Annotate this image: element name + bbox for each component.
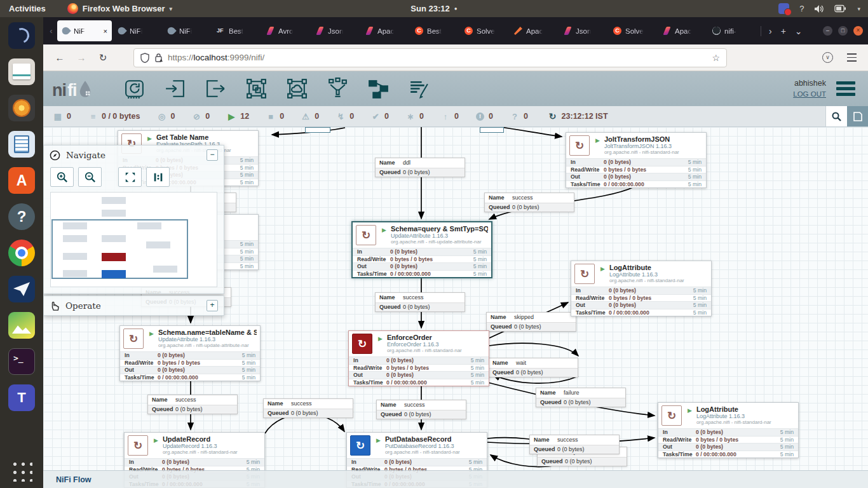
- dock-icon-app-grid[interactable]: [8, 458, 35, 484]
- template-draggable-icon[interactable]: [367, 77, 390, 100]
- dock-icon-software-store[interactable]: [8, 167, 35, 194]
- dock-icon-media-player[interactable]: [8, 95, 35, 121]
- dock-icon-help[interactable]: [8, 203, 35, 230]
- connection-label[interactable]: Namesuccess Queued0 (0 bytes): [375, 292, 465, 312]
- browser-tab[interactable]: NiFi ×: [163, 20, 211, 41]
- browser-menu-icon[interactable]: [847, 53, 857, 61]
- minimize-button[interactable]: –: [823, 26, 832, 36]
- processor[interactable]: ↻ ▶ LogAttribute LogAttribute 1.16.3 org…: [658, 402, 799, 458]
- dock-icon-photos[interactable]: [8, 312, 35, 339]
- connection-label[interactable]: Nameskipped Queued0 (0 bytes): [486, 312, 576, 332]
- tab-scroll-left-icon[interactable]: ‹: [46, 26, 57, 36]
- shield-icon[interactable]: [140, 53, 149, 63]
- browser-tab[interactable]: nifi- ×: [708, 20, 756, 41]
- lock-warning-icon[interactable]: [154, 53, 163, 62]
- funnel-draggable-icon[interactable]: [326, 77, 349, 100]
- connection-label[interactable]: Namesuccess Queued0 (0 bytes): [147, 395, 238, 414]
- browser-tab[interactable]: Apac ×: [658, 20, 707, 41]
- connection-label[interactable]: Namefailure Queued0 (0 bytes): [536, 388, 626, 407]
- volume-icon[interactable]: [814, 4, 824, 13]
- navigate-header[interactable]: Navigate −: [44, 146, 224, 165]
- tab-close-icon[interactable]: ×: [104, 27, 107, 35]
- close-button[interactable]: ×: [853, 26, 863, 36]
- browser-tab[interactable]: NiFi ×: [113, 20, 161, 41]
- browser-tab[interactable]: Best ×: [410, 20, 459, 41]
- browser-tab[interactable]: NiF ×: [57, 20, 112, 41]
- connection-label[interactable]: Namewait Queued0 (0 bytes): [488, 358, 578, 377]
- app-menu[interactable]: Firefox Web Browser ▾: [67, 3, 172, 14]
- dock-icon-scanner[interactable]: [8, 58, 35, 85]
- logout-link[interactable]: LOG OUT: [793, 89, 826, 100]
- dock-icon-terminal[interactable]: [8, 348, 35, 375]
- help-indicator-icon[interactable]: ?: [799, 4, 804, 13]
- browser-tab[interactable]: Json ×: [559, 20, 607, 41]
- clock[interactable]: Sun 23:12 ●: [410, 4, 457, 13]
- teams-notification-icon[interactable]: [778, 3, 789, 14]
- search-button[interactable]: [825, 106, 847, 126]
- browser-tab[interactable]: Avro ×: [262, 20, 310, 41]
- dock-icon-messenger[interactable]: [8, 276, 35, 302]
- operate-header[interactable]: Operate +: [44, 296, 224, 315]
- connection-label[interactable]: Namesuccess Queued0 (0 bytes): [529, 435, 620, 454]
- zoom-actual-size-button[interactable]: [146, 167, 170, 187]
- browser-tab[interactable]: Best ×: [212, 20, 261, 41]
- breadcrumb[interactable]: NiFi Flow: [56, 475, 92, 484]
- maximize-button[interactable]: □: [838, 26, 848, 36]
- dock-icon-writer-doc[interactable]: [8, 131, 35, 158]
- back-button[interactable]: ←: [51, 49, 69, 67]
- zoom-out-button[interactable]: [78, 167, 102, 187]
- minimap[interactable]: [50, 192, 217, 287]
- connection-label[interactable]: Namesuccess Queued0 (0 bytes): [263, 398, 353, 418]
- connection-label[interactable]: Namesuccess Queued0 (0 bytes): [484, 193, 574, 212]
- reload-button[interactable]: ↻: [94, 49, 112, 67]
- tab-list-dropdown-icon[interactable]: ⌄: [795, 26, 803, 36]
- zoom-in-button[interactable]: [50, 167, 74, 187]
- connection-label[interactable]: Nameddl Queued0 (0 bytes): [375, 158, 465, 177]
- process-group-draggable-icon[interactable]: [245, 77, 268, 100]
- processor[interactable]: ↻ ▶ EnforceOrder EnforceOrder 1.16.3 org…: [348, 330, 489, 386]
- cut-connection-label[interactable]: [480, 127, 504, 133]
- forward-button[interactable]: →: [72, 49, 90, 67]
- processor[interactable]: ↻ ▶ Schema=query & SmtTyp=SQL UpdateAttr…: [351, 221, 492, 278]
- dock-icon-dark-app[interactable]: [8, 22, 35, 49]
- url-bar[interactable]: https://localhost:9999/nifi/ ☆: [133, 48, 727, 67]
- chevron-down-icon[interactable]: ▾: [857, 6, 860, 12]
- expand-icon[interactable]: +: [207, 300, 218, 311]
- input-port-draggable-icon[interactable]: [163, 77, 187, 100]
- zoom-fit-button[interactable]: [118, 167, 142, 187]
- nifi-global-menu-icon[interactable]: [836, 81, 855, 96]
- remote-process-group-draggable-icon[interactable]: [285, 77, 309, 100]
- refresh-icon[interactable]: ↻: [549, 111, 557, 121]
- browser-tab[interactable]: Apac ×: [510, 20, 558, 41]
- bulletin-panel-button[interactable]: [847, 106, 868, 126]
- status-count: 0: [419, 112, 424, 121]
- running-status-icon: ▶: [227, 112, 236, 121]
- output-port-draggable-icon[interactable]: [204, 77, 227, 100]
- cut-connection-label[interactable]: [305, 127, 330, 133]
- browser-tab[interactable]: Apac ×: [361, 20, 409, 41]
- minimap-node: [102, 253, 126, 261]
- navbar-right-buttons: ∨: [822, 52, 857, 63]
- connection-edge[interactable]: [501, 127, 562, 137]
- new-tab-button[interactable]: +: [781, 26, 786, 36]
- collapse-icon[interactable]: −: [207, 149, 218, 161]
- pocket-icon[interactable]: ∨: [822, 52, 833, 63]
- processor[interactable]: ↻ ▶ Schema.name=tableName & State... Upd…: [119, 325, 261, 381]
- browser-tab[interactable]: Json ×: [311, 20, 360, 41]
- processor-draggable-icon[interactable]: [123, 77, 146, 100]
- connection-edge[interactable]: [489, 343, 578, 356]
- label-draggable-icon[interactable]: [407, 77, 431, 100]
- connection-label[interactable]: Namesuccess Queued0 (0 bytes): [376, 400, 466, 419]
- stat-row-readwrite: Read/Write0 bytes / 0 bytes5 min: [120, 359, 260, 367]
- battery-icon[interactable]: [834, 4, 847, 13]
- nifi-flow-canvas[interactable]: Nameddl Queued0 (0 bytes) Namesuccess Qu…: [43, 127, 868, 470]
- browser-tab[interactable]: Solve ×: [460, 20, 508, 41]
- dock-icon-teams[interactable]: [8, 384, 35, 411]
- processor[interactable]: ↻ ▶ JoltTransformJSON JoltTransformJSON …: [566, 132, 707, 188]
- activities-button[interactable]: Activities: [9, 4, 46, 13]
- dock-icon-chrome[interactable]: [8, 240, 35, 266]
- bookmark-star-icon[interactable]: ☆: [712, 53, 720, 63]
- browser-tab[interactable]: Solve ×: [609, 20, 657, 41]
- tab-scroll-right-icon[interactable]: ›: [769, 26, 772, 36]
- processor[interactable]: ↻ ▶ LogAttribute LogAttribute 1.16.3 org…: [571, 261, 712, 316]
